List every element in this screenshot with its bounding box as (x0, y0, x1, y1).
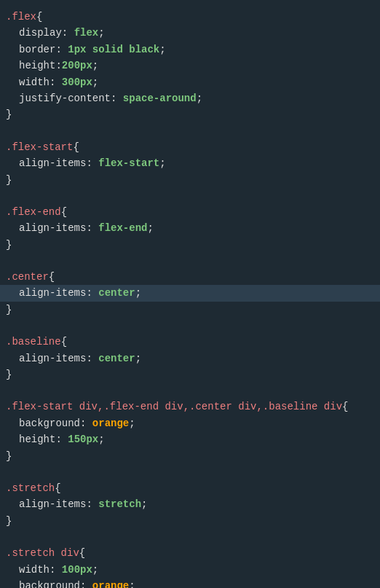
code-editor: .flex{ display: flex; border: 1px solid … (0, 6, 380, 588)
code-line-34: width: 100px; (0, 562, 380, 578)
code-token: : (55, 431, 68, 447)
code-token: ; (135, 350, 141, 366)
code-token: : (80, 415, 92, 431)
code-token: } (6, 172, 12, 188)
code-token: border (19, 42, 55, 58)
indent-space (6, 25, 19, 41)
code-line-29: .stretch{ (0, 480, 380, 496)
code-line-26: height: 150px; (0, 431, 380, 447)
code-token: { (36, 9, 42, 25)
indent-space (6, 155, 19, 171)
code-token: ; (92, 58, 98, 74)
code-token: 300px (62, 74, 92, 90)
code-line-28 (0, 464, 380, 480)
code-token: 100px (62, 562, 92, 578)
code-token: width (19, 562, 50, 578)
code-token: center (98, 350, 135, 366)
code-line-12: .flex-end{ (0, 204, 380, 220)
code-line-22: } (0, 366, 380, 383)
code-token: : (80, 578, 92, 588)
code-token: 1px solid black (68, 42, 159, 58)
code-line-3: height:200px; (0, 58, 380, 74)
indent-space (6, 220, 19, 236)
code-line-23 (0, 383, 380, 399)
code-token: } (6, 237, 12, 253)
code-token: ; (129, 415, 135, 431)
code-token: .flex-end (6, 204, 61, 220)
code-token: justify-content (19, 90, 111, 106)
indent-space (6, 285, 19, 301)
code-token: } (6, 366, 12, 383)
code-token: : (62, 25, 74, 41)
code-line-13: align-items: flex-end; (0, 220, 380, 236)
code-token: width (19, 74, 50, 90)
code-token: : (111, 90, 123, 106)
code-token: { (61, 334, 67, 350)
code-token: .stretch div (6, 545, 79, 561)
code-token: background (19, 415, 80, 431)
code-token: display (19, 25, 62, 41)
code-token: .center (6, 269, 49, 285)
code-token: ; (197, 90, 202, 106)
indent-space (6, 42, 19, 58)
code-line-21: align-items: center; (0, 350, 380, 366)
code-token: .flex-start (6, 139, 73, 155)
code-line-24: .flex-start div,.flex-end div,.center di… (0, 399, 380, 415)
code-token: center (98, 285, 135, 301)
indent-space (6, 90, 19, 106)
code-line-0: .flex{ (0, 9, 380, 25)
code-token: ; (159, 42, 165, 58)
code-token: } (6, 513, 12, 529)
code-token: height (19, 58, 55, 74)
code-token: { (55, 480, 60, 496)
code-token: 200px (62, 58, 92, 74)
code-token: ; (135, 285, 141, 301)
code-line-18: } (0, 302, 380, 318)
code-token: align-items (19, 285, 86, 301)
code-line-32 (0, 529, 380, 545)
code-line-35: background: orange; (0, 578, 380, 588)
code-token: { (342, 399, 348, 415)
code-token: { (49, 269, 55, 285)
code-line-6: } (0, 106, 380, 122)
code-line-7 (0, 123, 380, 139)
code-line-9: align-items: flex-start; (0, 155, 380, 171)
code-token: ; (147, 220, 153, 236)
code-token: .flex-start div,.flex-end div,.center di… (6, 399, 342, 415)
code-line-8: .flex-start{ (0, 139, 380, 155)
code-token: ; (92, 74, 98, 90)
code-line-10: } (0, 172, 380, 188)
code-token: } (6, 302, 12, 318)
indent-space (6, 431, 19, 447)
code-line-2: border: 1px solid black; (0, 42, 380, 58)
code-token: height (19, 431, 55, 447)
indent-space (6, 74, 19, 90)
code-token: orange (92, 415, 129, 431)
code-token: orange (92, 578, 129, 588)
code-line-31: } (0, 513, 380, 529)
code-token: stretch (98, 496, 141, 512)
code-token: : (86, 496, 98, 512)
code-token: space-around (123, 90, 197, 106)
code-token: : (50, 562, 62, 578)
code-line-1: display: flex; (0, 25, 380, 41)
code-token: { (61, 204, 67, 220)
code-token: : (50, 74, 62, 90)
code-line-4: width: 300px; (0, 74, 380, 90)
code-token: align-items (19, 496, 86, 512)
code-line-15 (0, 253, 380, 269)
code-token: .flex (6, 9, 36, 25)
indent-space (6, 350, 19, 366)
code-token: align-items (19, 220, 86, 236)
code-line-30: align-items: stretch; (0, 496, 380, 512)
code-line-27: } (0, 448, 380, 464)
code-token: { (73, 139, 79, 155)
code-token: ; (159, 155, 165, 171)
code-line-16: .center{ (0, 269, 380, 285)
code-line-17: align-items: center; (0, 285, 380, 301)
indent-space (6, 496, 19, 512)
code-line-5: justify-content: space-around; (0, 90, 380, 106)
code-token: : (86, 350, 98, 366)
code-line-25: background: orange; (0, 415, 380, 431)
code-token: align-items (19, 350, 86, 366)
